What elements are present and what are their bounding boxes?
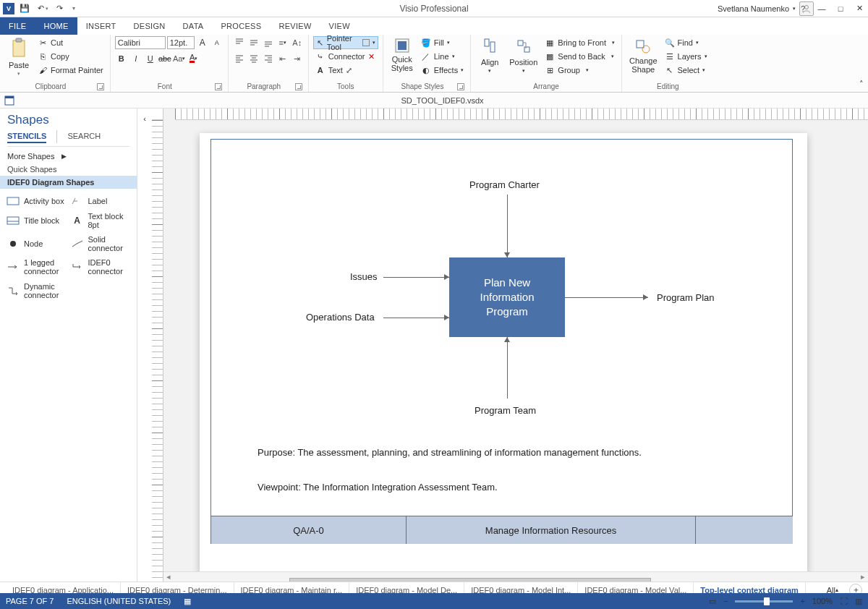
restore-button[interactable]: □	[832, 1, 849, 16]
shape-1leg-connector[interactable]: 1 legged connector	[4, 255, 69, 278]
viewpoint-text[interactable]: Viewpoint: The Information Integration A…	[258, 482, 498, 493]
position-button[interactable]: Position▾	[506, 36, 540, 75]
align-middle-button[interactable]	[247, 36, 260, 49]
grow-font-button[interactable]: A	[196, 36, 209, 49]
arrow-ops[interactable]	[383, 318, 449, 318]
collapse-ribbon-button[interactable]: ˄	[859, 80, 864, 89]
fill-button[interactable]: 🪣Fill▾	[419, 36, 466, 49]
send-back-button[interactable]: ▩Send to Back▾	[542, 50, 617, 63]
align-bottom-button[interactable]	[262, 36, 275, 49]
zoom-level[interactable]: 100%	[812, 597, 833, 605]
qat-customize[interactable]: ▾	[69, 1, 78, 16]
tab-review[interactable]: REVIEW	[270, 17, 320, 35]
status-language[interactable]: ENGLISH (UNITED STATES)	[67, 597, 171, 605]
find-button[interactable]: 🔍Find▾	[663, 36, 710, 49]
doc-window-icon[interactable]	[2, 94, 17, 107]
scroll-left-button[interactable]: ◂	[163, 572, 174, 582]
line-button[interactable]: ／Line▾	[419, 50, 466, 63]
shape-label[interactable]: Label	[69, 193, 133, 209]
strike-button[interactable]: abc	[158, 52, 171, 65]
tab-file[interactable]: FILE	[0, 17, 35, 35]
decrease-indent-button[interactable]: ⇤	[276, 52, 289, 65]
bring-front-button[interactable]: ▦Bring to Front▾	[542, 36, 617, 49]
align-button[interactable]: Align▾	[475, 36, 504, 75]
select-button[interactable]: ↖Select▾	[663, 64, 710, 77]
activity-box[interactable]: Plan New Information Program	[449, 257, 565, 337]
title-block[interactable]: QA/A-0 Manage Information Resources	[211, 516, 793, 544]
minimize-button[interactable]: —	[813, 1, 830, 16]
help-button[interactable]: ?	[794, 1, 812, 16]
tab-insert[interactable]: INSERT	[77, 17, 125, 35]
copy-button[interactable]: ⎘Copy	[35, 50, 106, 63]
shape-node[interactable]: Node	[4, 232, 69, 255]
layers-button[interactable]: ☰Layers▾	[663, 50, 710, 63]
increase-indent-button[interactable]: ⇥	[291, 52, 304, 65]
shape-idef0-connector[interactable]: IDEF0 connector	[69, 255, 133, 278]
close-button[interactable]: ✕	[851, 1, 868, 16]
tab-data[interactable]: DATA	[174, 17, 213, 35]
text-direction-button[interactable]: A↕	[291, 36, 304, 49]
font-color-button[interactable]: A▾	[187, 52, 200, 65]
clipboard-launcher[interactable]	[97, 83, 104, 90]
status-page[interactable]: PAGE 7 OF 7	[6, 597, 54, 605]
label-ops[interactable]: Operations Data	[306, 312, 375, 323]
shapes-tab-search[interactable]: SEARCH	[67, 130, 101, 143]
effects-button[interactable]: ◐Effects▾	[419, 64, 466, 77]
pointer-tool-button[interactable]: ↖Pointer Tool▾	[313, 36, 378, 49]
font-size-input[interactable]	[167, 36, 195, 49]
status-macro-icon[interactable]: ▦	[184, 597, 191, 606]
align-top-button[interactable]	[233, 36, 246, 49]
pane-collapse-button[interactable]: ‹	[137, 108, 152, 582]
paragraph-launcher[interactable]	[295, 83, 302, 90]
switch-windows-button[interactable]: ▥	[855, 597, 862, 606]
drawing-canvas[interactable]: Plan New Information Program Program Cha…	[163, 120, 868, 582]
label-issues[interactable]: Issues	[350, 271, 378, 282]
tab-view[interactable]: VIEW	[320, 17, 359, 35]
shape-text-block[interactable]: AText block 8pt	[69, 209, 133, 232]
ruler-horizontal[interactable]	[175, 108, 868, 120]
ruler-vertical[interactable]	[152, 120, 163, 582]
align-right-button[interactable]	[262, 52, 275, 65]
italic-button[interactable]: I	[129, 52, 142, 65]
hscrollbar[interactable]: ◂ ▸	[163, 571, 868, 582]
tab-home[interactable]: HOME	[35, 17, 77, 35]
arrow-issues[interactable]	[383, 277, 449, 278]
paste-button[interactable]: Paste ▾	[4, 36, 33, 78]
arrow-top[interactable]	[507, 195, 508, 257]
shape-title-block[interactable]: Title block	[4, 209, 69, 232]
font-name-input[interactable]	[115, 36, 166, 49]
presentation-mode-button[interactable]: ▭	[709, 597, 716, 606]
align-center-button[interactable]	[247, 52, 260, 65]
tab-process[interactable]: PROCESS	[212, 17, 270, 35]
purpose-text[interactable]: Purpose: The assessment, planning, and s…	[258, 447, 642, 458]
zoom-in-button[interactable]: +	[800, 597, 804, 605]
label-bottom[interactable]: Program Team	[475, 405, 536, 416]
underline-button[interactable]: U	[144, 52, 157, 65]
bold-button[interactable]: B	[115, 52, 128, 65]
change-case-button[interactable]: Aa▾	[173, 52, 186, 65]
qat-undo[interactable]: ↶▾	[35, 1, 49, 16]
scroll-right-button[interactable]: ▸	[858, 572, 868, 582]
cut-button[interactable]: ✂Cut	[35, 36, 106, 49]
quick-styles-button[interactable]: Quick Styles	[388, 36, 417, 74]
arrow-bottom[interactable]	[507, 337, 508, 399]
tab-design[interactable]: DESIGN	[125, 17, 174, 35]
format-painter-button[interactable]: 🖌Format Painter	[35, 64, 106, 77]
shape-activity-box[interactable]: Activity box	[4, 193, 69, 209]
font-launcher[interactable]	[215, 83, 222, 90]
more-shapes-link[interactable]: More Shapes▶	[0, 150, 137, 163]
zoom-slider[interactable]	[735, 600, 793, 602]
shape-dynamic-connector[interactable]: Dynamic connector	[4, 279, 69, 302]
shape-styles-launcher[interactable]	[457, 83, 464, 90]
shapes-tab-stencils[interactable]: STENCILS	[7, 130, 46, 143]
group-button[interactable]: ⊞Group▾	[542, 64, 617, 77]
quick-shapes-link[interactable]: Quick Shapes	[0, 163, 137, 176]
qat-save[interactable]: 💾	[17, 1, 32, 16]
qat-redo[interactable]: ↷	[52, 1, 67, 16]
current-stencil[interactable]: IDEF0 Diagram Shapes	[0, 176, 137, 189]
align-left-button[interactable]	[233, 52, 246, 65]
shrink-font-button[interactable]: A	[210, 36, 224, 49]
zoom-out-button[interactable]: −	[723, 597, 728, 605]
arrow-right[interactable]	[565, 297, 648, 298]
fit-page-button[interactable]: ⛶	[840, 597, 848, 605]
